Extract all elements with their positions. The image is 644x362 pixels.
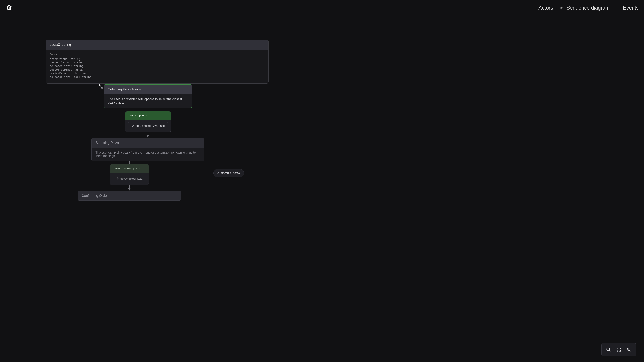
state-title: Selecting Pizza	[92, 138, 204, 148]
action-icon	[116, 177, 119, 180]
context-block: Context orderStatus: stringpaymentMethod…	[46, 50, 268, 83]
svg-point-0	[8, 7, 10, 8]
event-action-label: setSelectedPizza	[120, 177, 142, 180]
nav-actors-label: Actors	[538, 5, 553, 11]
context-line: selectedPizzaPlace: string	[50, 75, 265, 79]
state-title: Selecting Pizza Place	[104, 85, 192, 94]
state-description: The user is presented with options to se…	[104, 94, 192, 108]
event-label: customize_pizza	[218, 172, 240, 175]
zoom-in-button[interactable]	[624, 345, 634, 354]
event-label: select_place	[125, 111, 171, 120]
nav-actors[interactable]: Actors	[532, 5, 553, 11]
context-line: reviewPrompted: boolean	[50, 72, 265, 75]
nav-sequence-label: Sequence diagram	[566, 5, 610, 11]
logo[interactable]	[5, 4, 13, 12]
diagram-canvas[interactable]: pizzaOrdering Context orderStatus: strin…	[0, 16, 644, 362]
event-label: select_menu_pizza	[110, 164, 148, 173]
fit-to-screen-button[interactable]	[614, 345, 624, 354]
initial-state-marker	[98, 84, 101, 86]
zoom-out-button[interactable]	[604, 345, 614, 354]
event-select-place[interactable]: select_place setSelectedPizzaPlace	[125, 111, 171, 132]
machine-title: pizzaOrdering	[46, 40, 268, 50]
event-select-menu-pizza[interactable]: select_menu_pizza setSelectedPizza	[110, 164, 149, 185]
state-selecting-pizza[interactable]: Selecting Pizza The user can pick a pizz…	[92, 138, 204, 161]
zoom-controls	[601, 343, 636, 356]
nav-events-label: Events	[623, 5, 639, 11]
context-line: selectedPizza: string	[50, 64, 265, 68]
event-customize-pizza[interactable]: customize_pizza	[214, 169, 244, 178]
state-selecting-pizza-place[interactable]: Selecting Pizza Place The user is presen…	[104, 84, 192, 108]
context-line: customToppings: array	[50, 68, 265, 72]
context-line: paymentMethod: string	[50, 61, 265, 64]
state-title: Confirming Order	[78, 191, 181, 200]
nav-events[interactable]: Events	[616, 5, 639, 11]
context-line: orderStatus: string	[50, 57, 265, 61]
machine-root[interactable]: pizzaOrdering Context orderStatus: strin…	[46, 40, 269, 84]
nav-sequence[interactable]: Sequence diagram	[560, 5, 610, 11]
state-description: The user can pick a pizza from the menu …	[92, 148, 204, 161]
state-confirming-order[interactable]: Confirming Order	[78, 191, 182, 201]
context-label: Context	[50, 53, 265, 56]
event-action: setSelectedPizzaPlace	[128, 122, 168, 129]
action-icon	[131, 124, 134, 127]
event-action: setSelectedPizza	[113, 175, 146, 182]
event-action-label: setSelectedPizzaPlace	[136, 124, 165, 127]
